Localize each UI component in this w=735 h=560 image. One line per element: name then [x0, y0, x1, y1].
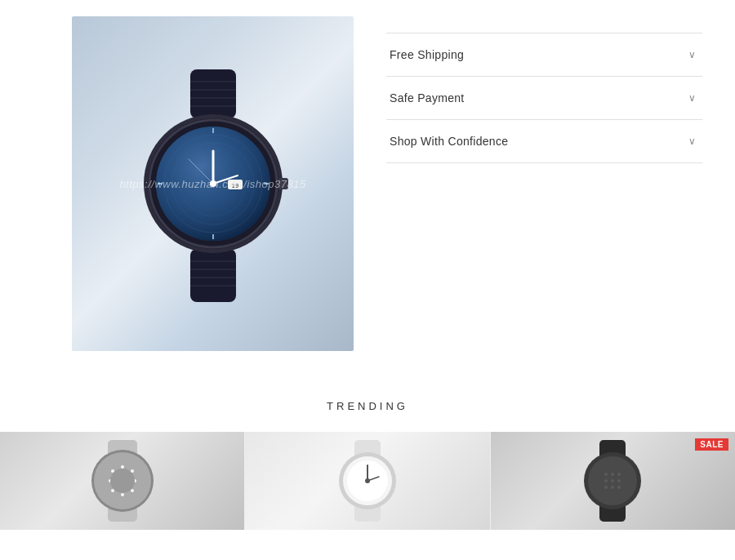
svg-point-56 [617, 473, 621, 476]
trending-item-1[interactable] [0, 432, 245, 530]
accordion-chevron-free-shipping: ∨ [688, 49, 696, 60]
accordion-label-free-shipping: Free Shipping [390, 48, 464, 61]
trending-watch-svg-3 [564, 436, 662, 526]
accordion-item-free-shipping: Free Shipping ∨ [386, 33, 702, 77]
accordion-label-shop-confidence: Shop With Confidence [390, 135, 508, 148]
trending-section: TRENDING [0, 384, 735, 530]
accordion-chevron-shop-confidence: ∨ [688, 136, 696, 147]
svg-point-61 [611, 486, 614, 489]
svg-point-21 [210, 180, 216, 187]
svg-rect-0 [190, 69, 236, 118]
svg-rect-28 [278, 178, 288, 189]
accordion-item-shop-confidence: Shop With Confidence ∨ [386, 120, 702, 163]
trending-item-2[interactable] [245, 432, 490, 530]
product-section: https://www.huzhan.com/ishop37815 [0, 0, 735, 384]
svg-rect-5 [190, 249, 236, 302]
accordion-item-safe-payment: Safe Payment ∨ [386, 77, 702, 120]
item-content-1 [0, 432, 244, 530]
item-content-2 [245, 432, 489, 530]
product-image-container: https://www.huzhan.com/ishop37815 [72, 16, 354, 351]
svg-point-34 [121, 465, 124, 469]
svg-point-55 [611, 473, 614, 476]
sale-badge: SALE [695, 438, 728, 451]
watch-svg: 19 [131, 61, 295, 306]
svg-point-58 [611, 479, 614, 482]
svg-text:19: 19 [231, 182, 238, 189]
svg-point-49 [365, 478, 370, 483]
accordion-header-free-shipping[interactable]: Free Shipping ∨ [386, 33, 702, 76]
accordion-header-safe-payment[interactable]: Safe Payment ∨ [386, 77, 702, 119]
trending-item-3[interactable]: SALE [491, 432, 735, 530]
accordion-header-shop-confidence[interactable]: Shop With Confidence ∨ [386, 120, 702, 162]
trending-title: TRENDING [0, 400, 735, 412]
page-wrapper: https://www.huzhan.com/ishop37815 [0, 0, 735, 530]
accordion-chevron-safe-payment: ∨ [688, 92, 696, 104]
svg-point-62 [617, 486, 621, 489]
trending-watch-svg-1 [74, 436, 172, 526]
svg-point-41 [110, 469, 135, 493]
trending-grid: SALE [0, 432, 735, 530]
svg-point-54 [604, 473, 608, 476]
svg-point-59 [617, 479, 621, 482]
product-image-bg: https://www.huzhan.com/ishop37815 [72, 16, 354, 351]
accordion-list: Free Shipping ∨ Safe Payment ∨ Shop With… [386, 33, 702, 163]
svg-point-60 [604, 486, 608, 489]
svg-point-38 [121, 493, 124, 496]
svg-point-57 [604, 479, 608, 482]
trending-watch-svg-2 [318, 436, 416, 526]
accordion-label-safe-payment: Safe Payment [390, 91, 465, 104]
product-info: Free Shipping ∨ Safe Payment ∨ Shop With… [386, 16, 702, 163]
